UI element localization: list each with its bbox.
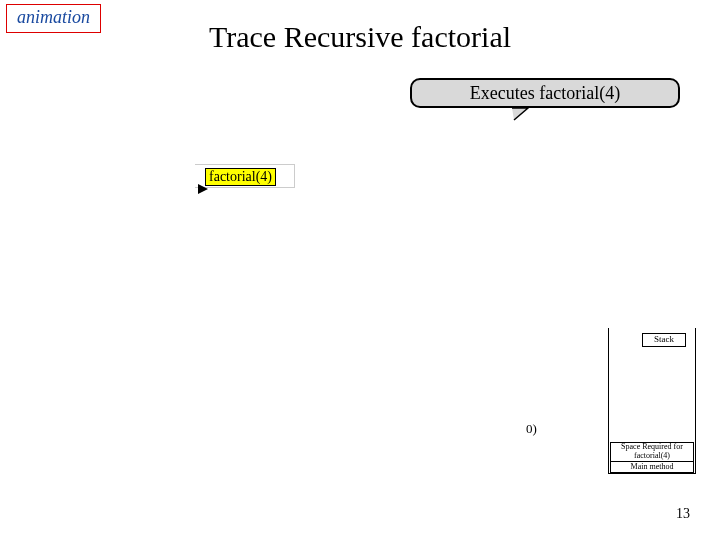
stack-frame-factorial4-label: Space Required for factorial(4): [611, 443, 693, 461]
callout-tail-icon: [510, 106, 550, 126]
stack-frame-main: Main method: [610, 461, 694, 473]
callout-text: Executes factorial(4): [470, 83, 620, 104]
stray-fragment-text: 0): [526, 421, 537, 437]
stack-bottom: [608, 473, 696, 474]
stack-title-box: Stack: [642, 333, 686, 347]
arrow-fragment-icon: [198, 184, 218, 196]
page-number: 13: [676, 506, 690, 522]
stack-title: Stack: [654, 335, 674, 345]
factorial-call-label: factorial(4): [209, 169, 272, 184]
stack-frame-factorial4: Space Required for factorial(4): [610, 442, 694, 462]
stack-frame-main-label: Main method: [631, 463, 674, 472]
callout-box: Executes factorial(4): [410, 78, 680, 108]
stack-wall-left: [608, 328, 609, 474]
svg-marker-0: [198, 184, 208, 194]
slide-title: Trace Recursive factorial: [0, 20, 720, 54]
stack-wall-right: [695, 328, 696, 474]
